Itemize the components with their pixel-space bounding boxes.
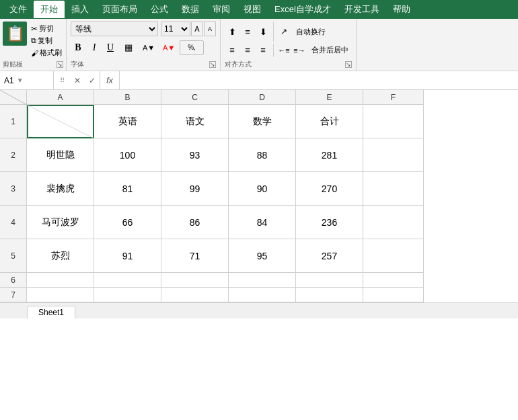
- orientation-button[interactable]: ↗: [276, 25, 291, 38]
- menu-item-review[interactable]: 审阅: [206, 1, 237, 18]
- cell-c3[interactable]: 99: [161, 172, 229, 206]
- format-painter-button[interactable]: 🖌 格式刷: [30, 47, 63, 58]
- cell-d1[interactable]: 数学: [229, 105, 296, 138]
- menu-item-pagelayout[interactable]: 页面布局: [96, 1, 144, 18]
- cell-c6[interactable]: [161, 273, 229, 288]
- paste-button[interactable]: 📋: [3, 22, 27, 46]
- col-header-b[interactable]: B: [94, 90, 161, 105]
- cell-a7[interactable]: [27, 288, 94, 302]
- cell-d3[interactable]: 90: [229, 172, 296, 206]
- col-header-c[interactable]: C: [161, 90, 229, 105]
- cell-b7[interactable]: [94, 288, 161, 302]
- font-color-button[interactable]: A▼: [159, 40, 178, 55]
- col-header-d[interactable]: D: [229, 90, 296, 105]
- font-size-increase[interactable]: A: [204, 22, 216, 36]
- cell-f7[interactable]: [363, 288, 424, 302]
- menu-item-formula[interactable]: 公式: [144, 1, 175, 18]
- cut-button[interactable]: ✂ 剪切: [30, 23, 63, 34]
- formula-confirm[interactable]: ✓: [85, 71, 100, 89]
- menu-item-insert[interactable]: 插入: [65, 1, 96, 18]
- col-header-e[interactable]: E: [296, 90, 363, 105]
- number-format-button[interactable]: %,: [180, 40, 204, 55]
- cell-a5[interactable]: 苏烈: [27, 239, 94, 273]
- center-align-button[interactable]: ≡: [240, 44, 255, 57]
- menu-item-start[interactable]: 开始: [34, 1, 65, 18]
- cell-b5[interactable]: 91: [94, 239, 161, 273]
- row-header-1[interactable]: 1: [0, 105, 27, 138]
- cell-a4[interactable]: 马可波罗: [27, 206, 94, 239]
- cell-e5[interactable]: 257: [296, 239, 363, 273]
- cell-a3[interactable]: 裴擒虎: [27, 172, 94, 206]
- cell-f4[interactable]: [363, 206, 424, 239]
- cell-f3[interactable]: [363, 172, 424, 206]
- sheet-tab-sheet1[interactable]: Sheet1: [27, 306, 75, 319]
- fill-color-button[interactable]: A▼: [139, 40, 158, 55]
- middle-align-button[interactable]: ≡: [240, 25, 255, 38]
- formula-input[interactable]: [120, 71, 518, 89]
- col-header-a[interactable]: A: [27, 90, 94, 105]
- cell-e3[interactable]: 270: [296, 172, 363, 206]
- cell-b6[interactable]: [94, 273, 161, 288]
- cell-e7[interactable]: [296, 288, 363, 302]
- menu-item-dev[interactable]: 开发工具: [338, 1, 386, 18]
- cell-b3[interactable]: 81: [94, 172, 161, 206]
- cell-f5[interactable]: [363, 239, 424, 273]
- underline-button[interactable]: U: [103, 40, 118, 55]
- cell-d2[interactable]: 88: [229, 138, 296, 172]
- formula-cancel[interactable]: ✕: [70, 71, 85, 89]
- menu-item-data[interactable]: 数据: [175, 1, 206, 18]
- copy-button[interactable]: ⧉ 复制: [30, 35, 63, 46]
- bold-button[interactable]: B: [71, 40, 85, 55]
- cell-b1[interactable]: 英语: [94, 105, 161, 138]
- cell-c7[interactable]: [161, 288, 229, 302]
- merge-center-button[interactable]: 合并后居中: [308, 44, 352, 57]
- cell-e1[interactable]: 合计: [296, 105, 363, 138]
- row-header-2[interactable]: 2: [0, 138, 27, 172]
- cell-e2[interactable]: 281: [296, 138, 363, 172]
- row-header-4[interactable]: 4: [0, 206, 27, 239]
- wrap-text-button[interactable]: 自动换行: [293, 25, 329, 38]
- bottom-align-button[interactable]: ⬇: [256, 25, 270, 38]
- cell-e4[interactable]: 236: [296, 206, 363, 239]
- col-header-f[interactable]: F: [363, 90, 424, 105]
- cell-d7[interactable]: [229, 288, 296, 302]
- cell-a2[interactable]: 明世隐: [27, 138, 94, 172]
- cell-d5[interactable]: 95: [229, 239, 296, 273]
- cell-c5[interactable]: 71: [161, 239, 229, 273]
- cell-b2[interactable]: 100: [94, 138, 161, 172]
- cell-c1[interactable]: 语文: [161, 105, 229, 138]
- font-size-decrease[interactable]: A: [191, 22, 203, 36]
- top-align-button[interactable]: ⬆: [225, 25, 239, 38]
- cell-b4[interactable]: 66: [94, 206, 161, 239]
- fx-button[interactable]: fx: [100, 71, 120, 89]
- cell-f1[interactable]: [363, 105, 424, 138]
- font-size-select[interactable]: 11: [161, 22, 190, 36]
- cell-e6[interactable]: [296, 273, 363, 288]
- menu-item-help[interactable]: 帮助: [386, 1, 417, 18]
- increase-indent-button[interactable]: ≡→: [292, 44, 307, 57]
- cell-d4[interactable]: 84: [229, 206, 296, 239]
- cell-a1[interactable]: [27, 105, 94, 138]
- cell-c4[interactable]: 86: [161, 206, 229, 239]
- cell-reference-box[interactable]: A1 ▼: [0, 71, 54, 89]
- cell-f6[interactable]: [363, 273, 424, 288]
- decrease-indent-button[interactable]: ←≡: [276, 44, 291, 57]
- cell-d6[interactable]: [229, 273, 296, 288]
- menu-item-self-learn[interactable]: Excel自学成才: [268, 1, 338, 18]
- table-row: 6: [0, 273, 518, 288]
- divider-icon: ⠿: [60, 77, 65, 84]
- row-header-3[interactable]: 3: [0, 172, 27, 206]
- menu-item-view[interactable]: 视图: [237, 1, 268, 18]
- cell-a6[interactable]: [27, 273, 94, 288]
- cell-c2[interactable]: 93: [161, 138, 229, 172]
- font-family-select[interactable]: 等线: [71, 22, 158, 36]
- row-header-6[interactable]: 6: [0, 273, 27, 288]
- row-header-7[interactable]: 7: [0, 288, 27, 302]
- left-align-button[interactable]: ≡: [225, 44, 239, 57]
- right-align-button[interactable]: ≡: [256, 44, 270, 57]
- italic-button[interactable]: I: [87, 40, 102, 55]
- row-header-5[interactable]: 5: [0, 239, 27, 273]
- menu-item-file[interactable]: 文件: [3, 1, 34, 18]
- cell-f2[interactable]: [363, 138, 424, 172]
- border-button[interactable]: ▦: [119, 40, 138, 55]
